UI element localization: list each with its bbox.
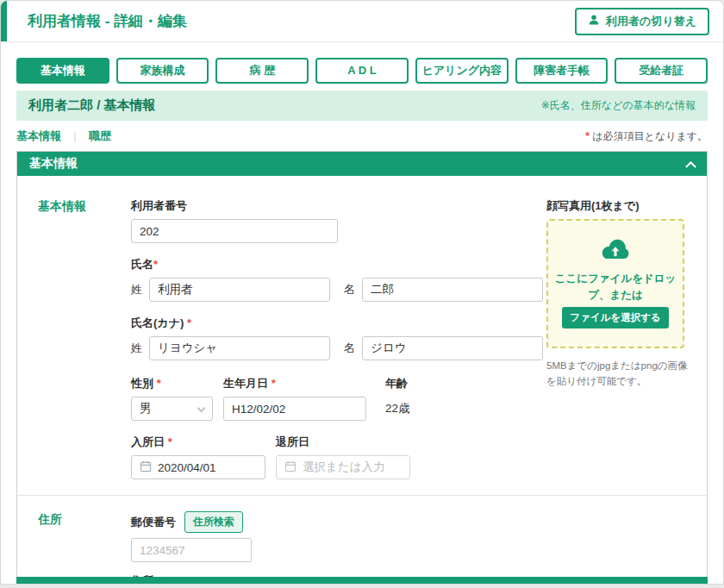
user-number-input[interactable] bbox=[131, 219, 338, 243]
basic-info-group: 基本情報 利用者番号 氏名* 姓 bbox=[38, 198, 688, 479]
gender-birth-age-row: 性別 * 男 生年月日 * bbox=[131, 376, 546, 421]
admission-label: 入所日 * bbox=[131, 435, 265, 450]
switch-user-label: 利用者の切り替え bbox=[606, 14, 696, 29]
link-basic-info[interactable]: 基本情報 bbox=[16, 128, 61, 144]
address-search-button[interactable]: 住所検索 bbox=[184, 511, 243, 533]
firstname-kana-input[interactable] bbox=[362, 336, 543, 360]
required-asterisk: * bbox=[585, 130, 590, 142]
postal-code-label: 郵便番号 bbox=[131, 515, 176, 530]
age-label: 年齢 bbox=[385, 376, 410, 391]
subheader: 利用者二郎 / 基本情報 ※氏名、住所などの基本的な情報 bbox=[16, 91, 708, 121]
group-label-basic: 基本情報 bbox=[38, 198, 131, 479]
tab-family[interactable]: 家族構成 bbox=[116, 58, 209, 84]
calendar-icon bbox=[140, 460, 152, 475]
basic-info-section-header[interactable]: 基本情報 bbox=[17, 152, 707, 176]
photo-note: 5MBまでのjpgまたはpngの画像を貼り付け可能です。 bbox=[546, 359, 688, 390]
cloud-upload-icon bbox=[599, 239, 632, 266]
discharge-date-placeholder: 選択または入力 bbox=[303, 460, 384, 475]
name-row: 氏名* 姓 名 bbox=[131, 257, 546, 302]
dropzone-text: ここにファイルをドロップ、または bbox=[553, 271, 677, 303]
chevron-up-icon[interactable] bbox=[685, 160, 696, 172]
subheader-note: ※氏名、住所などの基本的な情報 bbox=[541, 98, 696, 113]
tab-medical-history[interactable]: 病 歴 bbox=[215, 58, 309, 84]
required-asterisk: * bbox=[153, 258, 158, 271]
photo-dropzone[interactable]: ここにファイルをドロップ、または ファイルを選択する bbox=[546, 219, 684, 348]
select-file-button[interactable]: ファイルを選択する bbox=[562, 307, 668, 328]
firstname-input[interactable] bbox=[362, 278, 543, 302]
user-number-row: 利用者番号 bbox=[131, 198, 546, 243]
required-asterisk: * bbox=[168, 435, 172, 448]
lastname-input[interactable] bbox=[149, 278, 330, 302]
photo-label: 顔写真用(1枚まで) bbox=[546, 198, 688, 214]
calendar-icon bbox=[284, 460, 296, 475]
required-asterisk: * bbox=[272, 377, 276, 390]
birthdate-label: 生年月日 * bbox=[223, 376, 366, 391]
section-title: 基本情報 bbox=[29, 156, 78, 172]
group-label-address: 住所 bbox=[38, 511, 131, 585]
kana-label: 氏名(カナ) * bbox=[131, 316, 546, 331]
tab-bar: 基本情報 家族構成 病 歴 A D L ヒアリング内容 障害者手帳 受給者証 bbox=[16, 58, 708, 84]
section-nav-row: 基本情報 ｜ 職歴 * は必須項目となります。 bbox=[16, 128, 708, 144]
gender-select[interactable]: 男 bbox=[131, 397, 213, 421]
link-work-history[interactable]: 職歴 bbox=[89, 128, 111, 144]
age-value: 22歳 bbox=[385, 397, 410, 421]
tab-beneficiary-cert[interactable]: 受給者証 bbox=[615, 58, 708, 84]
link-separator: ｜ bbox=[70, 129, 80, 144]
required-note-text: は必須項目となります。 bbox=[592, 130, 708, 142]
kana-row: 氏名(カナ) * 姓 名 bbox=[131, 316, 546, 360]
address-fields: 郵便番号 住所検索 住所 bbox=[131, 511, 688, 585]
required-asterisk: * bbox=[187, 316, 191, 329]
user-number-label: 利用者番号 bbox=[131, 198, 546, 214]
top-header: 利用者情報 - 詳細・編集 利用者の切り替え bbox=[1, 1, 723, 42]
discharge-label: 退所日 bbox=[276, 435, 410, 450]
page-title: 利用者情報 - 詳細・編集 bbox=[28, 11, 187, 31]
address-group: 住所 郵便番号 住所検索 住所 bbox=[38, 496, 688, 585]
basic-fields: 利用者番号 氏名* 姓 名 bbox=[131, 198, 546, 479]
person-icon bbox=[588, 14, 600, 28]
chevron-down-icon bbox=[197, 404, 206, 413]
postal-code-input[interactable] bbox=[131, 538, 252, 562]
dates-row: 入所日 * 2020/04/01 退所日 bbox=[131, 435, 546, 479]
birthdate-input[interactable] bbox=[223, 397, 366, 421]
gender-label: 性別 * bbox=[131, 376, 213, 391]
user-info-page: 利用者情報 - 詳細・編集 利用者の切り替え 基本情報 家族構成 病 歴 A D… bbox=[0, 0, 724, 585]
discharge-date-input[interactable]: 選択または入力 bbox=[276, 455, 410, 479]
tab-disability-notebook[interactable]: 障害者手帳 bbox=[515, 58, 609, 84]
required-asterisk: * bbox=[157, 377, 161, 390]
tab-basic-info[interactable]: 基本情報 bbox=[16, 58, 109, 84]
admission-date-input[interactable]: 2020/04/01 bbox=[131, 455, 265, 479]
lastname-label: 姓 bbox=[131, 282, 142, 297]
admission-date-value: 2020/04/01 bbox=[158, 461, 216, 474]
firstname-kana-label: 名 bbox=[344, 341, 355, 356]
tab-hearing[interactable]: ヒアリング内容 bbox=[415, 58, 509, 84]
tab-adl[interactable]: A D L bbox=[315, 58, 409, 84]
photo-column: 顔写真用(1枚まで) ここにファイルをドロップ、または ファイルを選択する 5M… bbox=[546, 198, 688, 479]
basic-info-panel: 基本情報 基本情報 利用者番号 氏名* bbox=[16, 151, 708, 585]
next-section-header[interactable] bbox=[16, 577, 708, 585]
firstname-label: 名 bbox=[344, 282, 355, 297]
lastname-kana-label: 姓 bbox=[131, 341, 142, 356]
header-accent-bar bbox=[1, 1, 7, 41]
required-note: * は必須項目となります。 bbox=[585, 129, 708, 144]
lastname-kana-input[interactable] bbox=[149, 336, 330, 360]
subheader-title: 利用者二郎 / 基本情報 bbox=[28, 97, 156, 114]
name-label: 氏名* bbox=[131, 257, 546, 272]
basic-info-section-body: 基本情報 利用者番号 氏名* 姓 bbox=[17, 176, 707, 585]
switch-user-button[interactable]: 利用者の切り替え bbox=[575, 8, 709, 35]
